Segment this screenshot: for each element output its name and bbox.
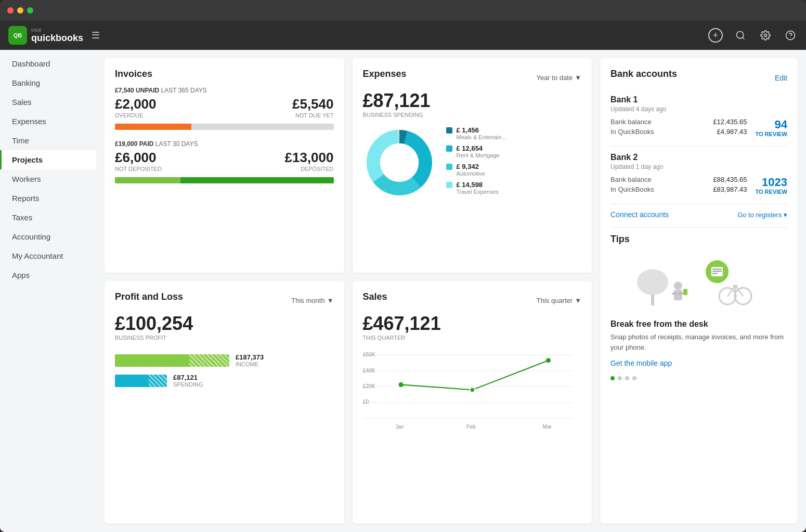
- main-layout: Dashboard Banking Sales Expenses Time Pr…: [0, 50, 806, 532]
- svg-text:£0: £0: [363, 399, 369, 405]
- sidebar-item-apps[interactable]: Apps: [0, 265, 96, 285]
- sidebar-item-expenses[interactable]: Expenses: [0, 112, 96, 131]
- svg-point-12: [380, 143, 419, 182]
- expenses-period-selector[interactable]: Year to date ▼: [536, 74, 581, 82]
- sales-card: Sales This quarter ▼ £467,121 THIS QUART…: [353, 281, 592, 524]
- goto-registers-link[interactable]: Go to registers ▾: [737, 211, 787, 219]
- bank-edit-link[interactable]: Edit: [775, 74, 787, 82]
- bank2-updated: Updated 1 day ago: [610, 163, 787, 170]
- menu-toggle[interactable]: ☰: [92, 30, 100, 41]
- legend-item-travel: £ 14,598 Travel Expenses: [446, 181, 506, 195]
- svg-text:£20K: £20K: [363, 383, 375, 389]
- settings-icon[interactable]: [758, 28, 773, 43]
- svg-text:QB: QB: [14, 32, 22, 38]
- sidebar-item-taxes[interactable]: Taxes: [0, 208, 96, 227]
- overdue-amount: £2,000: [115, 96, 157, 112]
- logo: QB intuit quickbooks: [8, 26, 83, 45]
- sales-chart: £60K £40K £20K £0 Jan Feb: [363, 346, 582, 450]
- pnl-title: Profit and Loss: [115, 291, 183, 302]
- intuit-label: intuit: [31, 28, 83, 33]
- connect-row: Connect accounts Go to registers ▾: [610, 210, 787, 219]
- svg-rect-17: [672, 292, 677, 295]
- bank2-balances: Bank balance £88,435.65 In QuickBooks £8…: [610, 176, 787, 195]
- overdue-row: £2,000 OVERDUE £5,540 NOT DUE YET: [115, 96, 334, 123]
- income-bar-row: £187,373 INCOME: [115, 353, 334, 367]
- tips-illustration: [610, 251, 787, 313]
- svg-point-15: [674, 282, 682, 290]
- not-deposited-bar: [115, 177, 180, 183]
- sidebar-item-reports[interactable]: Reports: [0, 189, 96, 208]
- invoices-title: Invoices: [115, 69, 334, 79]
- bank-header: Bank accounts Edit: [610, 69, 787, 87]
- expenses-total: £87,121: [363, 90, 582, 112]
- search-icon[interactable]: [733, 28, 748, 43]
- deposited-row: £6,000 NOT DEPOSITED £13,000 DEPOSITED: [115, 150, 334, 176]
- bank2-balance-row: Bank balance £88,435.65: [610, 176, 747, 183]
- bank-divider: [610, 146, 787, 147]
- bank1-qb-row: In QuickBooks £4,987.43: [610, 128, 747, 136]
- sidebar-item-my-accountant[interactable]: My Accountant: [0, 246, 96, 265]
- bank1-section: Bank 1 Updated 4 days ago Bank balance £…: [610, 95, 787, 138]
- tips-divider: [610, 227, 787, 228]
- overdue-bar: [115, 124, 191, 130]
- dot-2: [618, 376, 622, 380]
- header: QB intuit quickbooks ☰ +: [0, 21, 806, 50]
- deposited-label: DEPOSITED: [285, 166, 334, 172]
- tips-heading: Break free from the desk: [610, 320, 787, 329]
- sidebar-item-projects[interactable]: Projects: [0, 150, 96, 169]
- connect-accounts-link[interactable]: Connect accounts: [610, 210, 669, 219]
- svg-text:Mar: Mar: [542, 424, 552, 430]
- income-bar: [115, 354, 229, 367]
- sidebar-item-time[interactable]: Time: [0, 131, 96, 150]
- help-icon[interactable]: [783, 28, 798, 43]
- not-deposited-label: NOT DEPOSITED: [115, 166, 162, 172]
- bank-divider-2: [610, 204, 787, 204]
- get-mobile-app-link[interactable]: Get the mobile app: [610, 359, 672, 367]
- legend-color-automotive: [446, 164, 452, 170]
- expenses-donut: [363, 126, 436, 199]
- not-deposited-amount: £6,000: [115, 150, 162, 166]
- not-due-label: NOT DUE YET: [292, 112, 334, 118]
- bank-accounts-title: Bank accounts: [610, 69, 677, 79]
- tips-text: Snap photos of receipts, manage invoices…: [610, 332, 787, 352]
- bank2-name: Bank 2: [610, 153, 787, 162]
- tips-section: Tips: [610, 227, 787, 380]
- close-button[interactable]: [7, 7, 14, 14]
- bank-accounts-card: Bank accounts Edit Bank 1 Updated 4 days…: [600, 58, 798, 524]
- bank1-review[interactable]: 94 TO REVIEW: [747, 118, 787, 137]
- sidebar-item-accounting[interactable]: Accounting: [0, 227, 96, 246]
- not-due-amount: £5,540: [292, 96, 334, 112]
- overdue-progress-bar: [115, 124, 334, 130]
- pnl-period-selector[interactable]: This month ▼: [291, 297, 333, 304]
- sales-period-selector[interactable]: This quarter ▼: [537, 297, 581, 304]
- maximize-button[interactable]: [27, 7, 33, 14]
- svg-text:Feb: Feb: [466, 424, 476, 430]
- svg-point-2: [737, 32, 744, 38]
- deposited-amount: £13,000: [285, 150, 334, 166]
- invoices-card: Invoices £7,540 UNPAID LAST 365 DAYS £2,…: [105, 58, 344, 273]
- svg-rect-18: [678, 292, 683, 295]
- add-button[interactable]: +: [708, 28, 723, 43]
- svg-text:£60K: £60K: [363, 352, 375, 357]
- paid-meta: £19,000 PAID LAST 30 DAYS: [115, 140, 334, 148]
- sales-subtitle: THIS QUARTER: [363, 335, 582, 341]
- deposited-progress-bar: [115, 177, 334, 183]
- sidebar-item-workers[interactable]: Workers: [0, 169, 96, 189]
- minimize-button[interactable]: [17, 7, 23, 14]
- sidebar-item-dashboard[interactable]: Dashboard: [0, 54, 96, 73]
- sidebar-item-sales[interactable]: Sales: [0, 92, 96, 112]
- bank1-name: Bank 1: [610, 95, 787, 104]
- header-right: +: [708, 28, 798, 43]
- svg-text:£40K: £40K: [363, 368, 375, 374]
- spending-bar: [115, 375, 167, 387]
- legend-color-travel: [446, 182, 452, 188]
- deposited-bar: [180, 177, 333, 183]
- bank2-qb-row: In QuickBooks £83,987.43: [610, 185, 747, 193]
- expenses-body: £ 1,456 Meals & Entertain... £ 12,654 Re…: [363, 126, 582, 199]
- expenses-title: Expenses: [363, 69, 407, 79]
- pnl-header: Profit and Loss This month ▼: [115, 291, 334, 310]
- sidebar-item-banking[interactable]: Banking: [0, 73, 96, 92]
- bank2-review[interactable]: 1023 TO REVIEW: [747, 176, 787, 195]
- pnl-subtitle: BUSINESS PROFIT: [115, 335, 334, 341]
- expenses-legend: £ 1,456 Meals & Entertain... £ 12,654 Re…: [446, 126, 506, 199]
